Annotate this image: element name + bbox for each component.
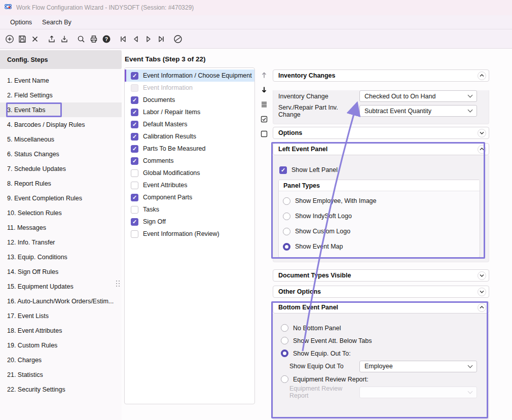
tab-row[interactable]: Comments — [125, 155, 254, 167]
expand-button[interactable] — [478, 288, 486, 296]
menu-options[interactable]: Options — [10, 19, 32, 26]
menu-search-by[interactable]: Search By — [42, 19, 71, 26]
expand-button[interactable] — [478, 129, 486, 137]
radio-row[interactable]: Show Custom Logo — [283, 224, 476, 239]
tab-row[interactable]: Event Information (Review) — [125, 228, 254, 240]
radio-row[interactable]: No Bottom Panel — [273, 322, 489, 334]
list-button[interactable] — [259, 100, 269, 109]
checkbox-checked[interactable] — [131, 96, 138, 104]
checkbox-unchecked[interactable] — [131, 169, 138, 177]
checkbox-unchecked[interactable] — [131, 182, 138, 189]
sidebar-step[interactable]: 17. Event Lists — [0, 308, 122, 323]
sidebar-step[interactable]: 2. Field Settings — [0, 88, 122, 102]
radio-row[interactable]: Show Employee, With Image — [283, 193, 476, 208]
expand-button[interactable] — [478, 271, 486, 280]
checkbox-checked[interactable] — [131, 121, 138, 128]
serv-repair-inv-change-dropdown[interactable]: Subtract Event Quantity — [359, 105, 477, 117]
tab-row[interactable]: Documents — [125, 94, 254, 106]
uncheck-all-button[interactable] — [259, 129, 269, 138]
sidebar-step[interactable]: 10. Selection Rules — [0, 205, 122, 220]
sidebar-step[interactable]: 5. Miscellaneous — [0, 132, 122, 147]
search-button[interactable] — [75, 32, 87, 46]
checkbox-unchecked[interactable] — [131, 206, 138, 214]
move-down-button[interactable] — [259, 85, 269, 94]
radio-selected[interactable] — [281, 349, 288, 357]
tab-row[interactable]: Global Modifications — [125, 167, 254, 179]
check-all-button[interactable] — [259, 115, 269, 124]
first-record-button[interactable] — [117, 32, 129, 46]
sidebar-step[interactable]: 14. Sign Off Rules — [0, 264, 122, 279]
radio-unselected[interactable] — [283, 197, 290, 205]
tab-row[interactable]: Parts To Be Measured — [125, 143, 254, 155]
radio-row[interactable]: Show Equip. Out To: — [273, 347, 489, 360]
checkbox-checked[interactable] — [131, 157, 138, 165]
section-header[interactable]: Other Options — [273, 286, 489, 298]
radio-row[interactable]: Show Event Att. Below Tabs — [273, 334, 489, 347]
sidebar-step-selected[interactable]: 3. Event Tabs — [0, 102, 122, 117]
delete-button[interactable] — [28, 32, 41, 46]
export-button[interactable] — [45, 32, 58, 46]
move-up-button[interactable] — [259, 71, 269, 80]
tab-row[interactable]: Sign Off — [125, 216, 254, 228]
section-header[interactable]: Left Event Panel — [273, 143, 489, 155]
collapse-button[interactable] — [478, 303, 486, 312]
add-button[interactable] — [3, 32, 16, 46]
sidebar-step[interactable]: 15. Equipment Updates — [0, 279, 122, 294]
radio-unselected[interactable] — [281, 337, 288, 344]
previous-record-button[interactable] — [129, 32, 142, 46]
radio-row[interactable]: Equipment Review Report: — [273, 373, 489, 386]
sidebar-step[interactable]: 21. Statistics — [0, 367, 122, 382]
tab-row[interactable]: Labor / Repair Items — [125, 106, 254, 118]
splitter-handle[interactable] — [116, 281, 121, 289]
sidebar-step[interactable]: 8. Report Rules — [0, 176, 122, 191]
checkbox-unchecked[interactable] — [131, 84, 138, 92]
tab-row[interactable]: Event Information / Choose Equipment — [125, 69, 254, 82]
sidebar-step[interactable]: 1. Event Name — [0, 73, 122, 88]
checkbox-unchecked[interactable] — [131, 230, 138, 238]
sidebar-step[interactable]: 19. Custom Rules — [0, 338, 122, 353]
checkbox-checked[interactable] — [131, 218, 138, 226]
sidebar-step[interactable]: 12. Info. Transfer — [0, 235, 122, 250]
checkbox-checked[interactable] — [131, 109, 138, 116]
sidebar-step[interactable]: 9. Event Completion Rules — [0, 191, 122, 205]
radio-selected[interactable] — [283, 243, 290, 251]
last-record-button[interactable] — [155, 32, 167, 46]
section-header[interactable]: Options — [273, 127, 489, 139]
checkbox-checked[interactable] — [131, 145, 138, 153]
sidebar-step[interactable]: 6. Status Changes — [0, 147, 122, 161]
sidebar-step[interactable]: 4. Barcodes / Display Rules — [0, 117, 122, 132]
sidebar-step[interactable]: 22. Security Settings — [0, 382, 122, 397]
section-header[interactable]: Document Types Visible — [273, 269, 489, 282]
sidebar-step[interactable]: 11. Messages — [0, 220, 122, 235]
sidebar-step[interactable]: 7. Schedule Updates — [0, 161, 122, 176]
collapse-button[interactable] — [478, 72, 486, 80]
tab-row[interactable]: Component Parts — [125, 191, 254, 203]
tab-row[interactable]: Event Attributes — [125, 179, 254, 191]
radio-row[interactable]: Show IndySoft Logo — [283, 208, 476, 224]
save-button[interactable] — [16, 32, 28, 46]
radio-row[interactable]: Show Event Map — [283, 239, 476, 254]
tab-row[interactable]: Default Masters — [125, 118, 254, 130]
show-equip-out-to-dropdown[interactable]: Employee — [359, 361, 477, 372]
collapse-button[interactable] — [478, 145, 486, 154]
sidebar-step[interactable]: 20. Charges — [0, 353, 122, 367]
radio-unselected[interactable] — [281, 324, 288, 332]
radio-unselected[interactable] — [283, 228, 290, 235]
print-button[interactable] — [87, 32, 100, 46]
inventory-change-dropdown[interactable]: Checked Out to On Hand — [359, 90, 477, 102]
sidebar-step[interactable]: 18. Event Attributes — [0, 323, 122, 338]
tab-row[interactable]: Tasks — [125, 203, 254, 216]
sidebar-step[interactable]: 13. Equip. Conditions — [0, 250, 122, 264]
checkbox-checked[interactable] — [279, 166, 287, 174]
radio-unselected[interactable] — [281, 375, 288, 383]
sidebar-step[interactable]: 16. Auto-Launch/Work Orders/Estim... — [0, 294, 122, 308]
section-header[interactable]: Bottom Event Panel — [273, 301, 489, 313]
checkbox-checked[interactable] — [131, 194, 138, 201]
radio-unselected[interactable] — [283, 213, 290, 220]
tab-row[interactable]: Event Information — [125, 82, 254, 94]
cancel-button[interactable] — [171, 32, 184, 46]
section-header[interactable]: Inventory Changes — [273, 69, 489, 82]
show-left-panel-row[interactable]: Show Left Panel — [273, 164, 489, 176]
checkbox-checked[interactable] — [131, 72, 138, 80]
tab-row[interactable]: Calibration Results — [125, 130, 254, 143]
